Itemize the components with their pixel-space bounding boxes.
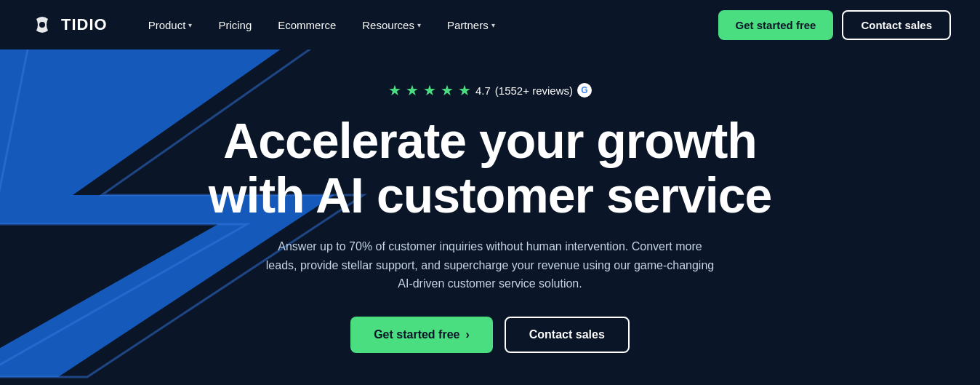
chevron-down-icon: ▾ bbox=[188, 21, 192, 29]
hero-title-line1: Accelerate your growth bbox=[223, 113, 757, 168]
nav-links: Product ▾ Pricing Ecommerce Resources ▾ … bbox=[137, 13, 718, 37]
star-3: ★ bbox=[423, 82, 436, 99]
nav-item-product-label: Product bbox=[148, 19, 186, 31]
nav-get-started-button[interactable]: Get started free bbox=[718, 10, 834, 40]
nav-item-ecommerce-label: Ecommerce bbox=[278, 19, 336, 31]
star-1: ★ bbox=[388, 82, 401, 99]
hero-get-started-button[interactable]: Get started free › bbox=[350, 317, 493, 353]
hero-title: Accelerate your growth with AI customer … bbox=[209, 114, 772, 223]
hero-subtitle: Answer up to 70% of customer inquiries w… bbox=[265, 237, 715, 293]
star-4: ★ bbox=[441, 82, 454, 99]
hero-title-line2: with AI customer service bbox=[209, 167, 772, 223]
star-2: ★ bbox=[406, 82, 419, 99]
nav-cta: Get started free Contact sales bbox=[718, 10, 951, 40]
hero-section: ★ ★ ★ ★ ★ 4.7 (1552+ reviews) G Accelera… bbox=[0, 49, 980, 385]
hero-content: ★ ★ ★ ★ ★ 4.7 (1552+ reviews) G Accelera… bbox=[209, 82, 772, 352]
chevron-down-icon-resources: ▾ bbox=[417, 21, 421, 29]
logo-text: TIDIO bbox=[61, 15, 108, 34]
hero-contact-sales-button[interactable]: Contact sales bbox=[505, 317, 630, 353]
rating-reviews: (1552+ reviews) bbox=[495, 84, 573, 97]
nav-item-pricing[interactable]: Pricing bbox=[206, 13, 263, 37]
nav-item-partners[interactable]: Partners ▾ bbox=[435, 13, 507, 37]
nav-item-resources[interactable]: Resources ▾ bbox=[350, 13, 433, 37]
svg-point-1 bbox=[39, 22, 45, 28]
hero-buttons: Get started free › Contact sales bbox=[209, 317, 772, 353]
nav-contact-sales-button[interactable]: Contact sales bbox=[842, 10, 951, 40]
google-icon: G bbox=[577, 83, 592, 98]
nav-item-pricing-label: Pricing bbox=[218, 19, 252, 31]
nav-item-partners-label: Partners bbox=[447, 19, 489, 31]
navbar: TIDIO Product ▾ Pricing Ecommerce Resour… bbox=[0, 0, 980, 49]
rating-value: 4.7 bbox=[475, 84, 491, 97]
tidio-logo-icon bbox=[29, 12, 55, 38]
logo[interactable]: TIDIO bbox=[29, 12, 108, 38]
arrow-right-icon: › bbox=[465, 328, 469, 341]
hero-get-started-label: Get started free bbox=[374, 328, 459, 341]
rating-row: ★ ★ ★ ★ ★ 4.7 (1552+ reviews) G bbox=[209, 82, 772, 99]
nav-item-resources-label: Resources bbox=[362, 19, 414, 31]
nav-item-product[interactable]: Product ▾ bbox=[137, 13, 204, 37]
nav-item-ecommerce[interactable]: Ecommerce bbox=[266, 13, 348, 37]
star-5: ★ bbox=[458, 82, 471, 99]
chevron-down-icon-partners: ▾ bbox=[491, 21, 495, 29]
